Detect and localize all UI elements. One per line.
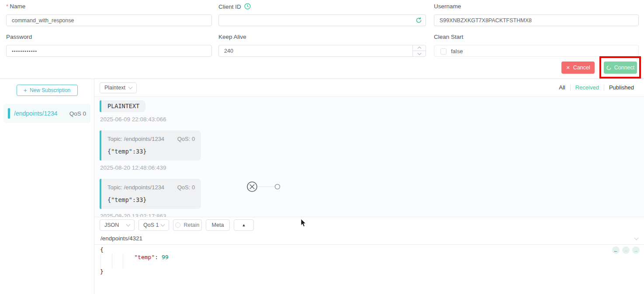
password-label: Password: [6, 34, 32, 40]
loading-indicator-icon: [247, 181, 284, 195]
keep-alive-stepper[interactable]: [412, 45, 426, 57]
messages-toolbar: Plaintext All Received Published: [94, 79, 644, 97]
editor-line: {: [100, 246, 644, 254]
name-input[interactable]: [6, 14, 212, 26]
publish-topic-input[interactable]: /endpoints/4321: [94, 232, 644, 245]
cancel-button[interactable]: ✕ Cancel: [561, 62, 595, 74]
tab-received[interactable]: Received: [570, 85, 604, 91]
password-input[interactable]: [6, 45, 212, 57]
username-input[interactable]: [434, 14, 639, 26]
messages-panel: Plaintext All Received Published PLAINTE…: [94, 79, 644, 294]
subscription-qos: QoS 0: [69, 110, 86, 117]
message-topic-line: Topic: /endpoints/1234 QoS: 0: [107, 136, 195, 142]
publish-panel: JSON QoS 1 Retain Meta ▲: [94, 217, 644, 294]
message-qos: QoS: 0: [177, 184, 195, 191]
client-id-input[interactable]: [218, 14, 426, 26]
tab-published[interactable]: Published: [604, 85, 639, 91]
chevron-down-icon: [634, 236, 639, 240]
editor-line: }: [100, 268, 644, 276]
chevron-down-icon: [126, 222, 131, 227]
message-item-plaintext: PLAINTEXT: [100, 100, 145, 112]
message-topic-line: Topic: /endpoints/1234 QoS: 0: [107, 184, 195, 191]
history-current-button[interactable]: –: [622, 246, 630, 254]
clean-start-field: [434, 45, 639, 57]
message-qos: QoS: 0: [177, 136, 195, 142]
triangle-up-icon: ▲: [242, 223, 246, 227]
message-payload: PLAINTEXT: [101, 100, 145, 112]
publish-qos-select[interactable]: QoS 1: [138, 219, 169, 231]
username-label: Username: [434, 3, 461, 10]
required-asterisk: *: [6, 3, 8, 10]
editor-line: [100, 261, 644, 268]
indent-guide: [123, 254, 123, 268]
keep-alive-label: Keep Alive: [218, 34, 246, 40]
main-area: + New Subscription /endpoints/1234 QoS 0…: [0, 79, 644, 294]
keep-alive-input[interactable]: [218, 45, 426, 57]
message-filter-tabs: All Received Published: [554, 85, 639, 91]
message-list: PLAINTEXT 2025-06-09 22:08:43:066 Topic:…: [94, 97, 644, 217]
arrow-left-icon: ←: [613, 248, 618, 253]
stepper-up-icon[interactable]: [413, 45, 426, 51]
radio-icon: [175, 222, 180, 228]
subscriptions-sidebar: + New Subscription /endpoints/1234 QoS 0: [0, 79, 94, 294]
clean-start-value: false: [451, 48, 463, 55]
message-timestamp: 2025-08-20 13:02:17:863: [100, 213, 639, 217]
payload-format-select[interactable]: Plaintext: [100, 82, 137, 93]
message-timestamp: 2025-08-20 12:48:06:439: [100, 164, 639, 171]
history-forward-button[interactable]: →: [632, 246, 640, 254]
editor-line: "temp": 99: [100, 254, 644, 261]
message-payload: {"temp":33}: [107, 148, 195, 155]
client-id-label: Client ID: [218, 3, 251, 11]
collapse-button[interactable]: ▲: [234, 219, 254, 231]
message-item: Topic: /endpoints/1234 QoS: 0 {"temp":33…: [100, 130, 201, 161]
subscription-color-bar: [8, 108, 10, 119]
tab-all[interactable]: All: [554, 85, 570, 91]
chevron-down-icon: [128, 85, 133, 89]
loading-spinner-icon: [606, 65, 611, 70]
publish-toolbar: JSON QoS 1 Retain Meta ▲: [94, 217, 644, 232]
name-label: *Name: [6, 3, 25, 10]
new-subscription-button[interactable]: + New Subscription: [17, 85, 78, 96]
clean-start-checkbox[interactable]: [440, 48, 447, 55]
plus-icon: +: [24, 87, 27, 94]
mqtt-client-screen: *Name Client ID Username Password Keep A…: [0, 0, 644, 294]
refresh-icon[interactable]: [415, 17, 422, 24]
json-key: "temp": [134, 254, 155, 260]
payload-editor[interactable]: { "temp": 99 }: [94, 245, 644, 276]
clean-start-label: Clean Start: [434, 34, 464, 40]
chevron-down-icon: [161, 222, 165, 227]
meta-button[interactable]: Meta: [206, 219, 230, 231]
indent-guide: [112, 254, 112, 268]
dash-icon: –: [624, 248, 627, 253]
history-back-button[interactable]: ←: [612, 246, 620, 254]
stepper-down-icon[interactable]: [413, 51, 426, 57]
publish-format-select[interactable]: JSON: [100, 219, 135, 231]
retain-toggle[interactable]: Retain: [173, 219, 202, 231]
indent-guide: [100, 254, 101, 268]
subscription-item[interactable]: /endpoints/1234 QoS 0: [3, 104, 90, 123]
connect-button[interactable]: Connect: [604, 62, 637, 74]
clock-icon: [244, 3, 251, 11]
message-item: Topic: /endpoints/1234 QoS: 0 {"temp":33…: [100, 179, 201, 209]
close-icon: ✕: [566, 65, 570, 71]
clean-start-checkbox-row[interactable]: false: [440, 48, 463, 55]
message-timestamp: 2025-06-09 22:08:43:066: [100, 116, 639, 123]
subscription-topic: /endpoints/1234: [14, 110, 69, 117]
arrow-right-icon: →: [634, 248, 638, 253]
json-value: 99: [162, 254, 169, 260]
message-payload: {"temp":33}: [107, 196, 195, 203]
